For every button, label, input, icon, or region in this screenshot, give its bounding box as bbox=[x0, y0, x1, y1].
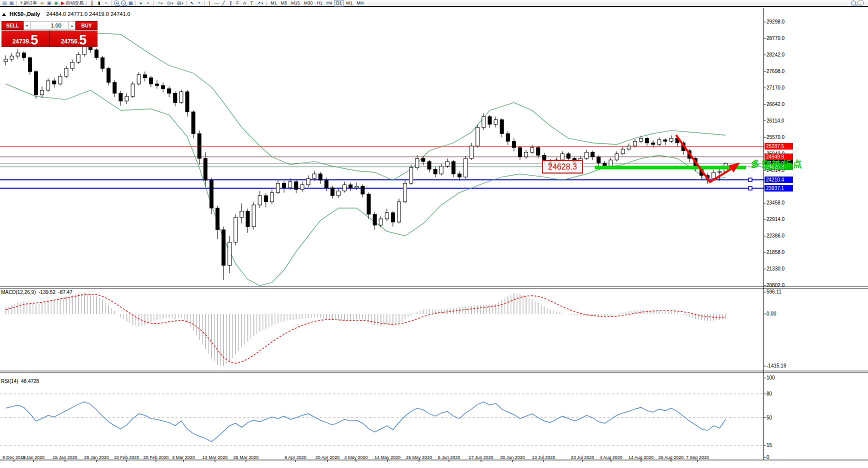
candle bbox=[119, 94, 122, 102]
timeframe-M30[interactable]: M30 bbox=[302, 0, 315, 6]
candle bbox=[162, 86, 165, 88]
trendline-icon[interactable]: ╱ bbox=[220, 0, 227, 6]
volume-decrease-button[interactable]: ▼ bbox=[24, 21, 30, 30]
candle bbox=[4, 59, 8, 62]
navigator-icon[interactable]: ▦ bbox=[8, 0, 15, 6]
candle bbox=[210, 180, 213, 208]
price-tick-label: 29298.0 bbox=[766, 19, 784, 24]
timeframe-M5[interactable]: M5 bbox=[279, 0, 290, 6]
bollinger-lower-band bbox=[6, 84, 726, 286]
line-chart-icon[interactable]: ~ bbox=[102, 0, 110, 6]
timeframe-M15[interactable]: M15 bbox=[289, 0, 302, 6]
zoom-out-icon[interactable]: − bbox=[120, 0, 127, 6]
buy-price-display[interactable]: 24756. 5 bbox=[50, 30, 98, 47]
date-tick-label[interactable]: 15 Jan 2020 bbox=[48, 455, 82, 460]
signals-icon[interactable]: ◉ bbox=[52, 0, 60, 6]
date-tick-label[interactable]: 30 Jun 2020 bbox=[495, 455, 530, 460]
candle bbox=[458, 174, 462, 177]
crosshair-icon[interactable]: + bbox=[196, 0, 202, 6]
candle bbox=[391, 212, 394, 222]
date-tick-label[interactable]: 13 Mar 2020 bbox=[198, 455, 232, 460]
candle bbox=[597, 157, 600, 163]
timeframe-M1[interactable]: M1 bbox=[268, 0, 279, 6]
candle bbox=[464, 158, 468, 177]
volume-input[interactable]: 1.00 bbox=[30, 21, 68, 30]
cursor-icon[interactable]: ↖ bbox=[188, 0, 196, 6]
hline-handle[interactable] bbox=[748, 186, 752, 190]
candle bbox=[712, 172, 716, 178]
date-tick-label[interactable]: 14 May 2020 bbox=[370, 455, 405, 460]
indicators-icon[interactable]: +▾ bbox=[155, 0, 165, 6]
candle bbox=[16, 53, 20, 56]
chart-canvas[interactable]: HK50-,Daily 24484.0 24771.0 24419.0 2474… bbox=[0, 8, 868, 468]
candle bbox=[349, 185, 352, 188]
date-tick-label[interactable]: 17 Jun 2020 bbox=[464, 455, 498, 460]
timeframe-H1[interactable]: H1 bbox=[314, 0, 324, 6]
equidistant-channel-icon[interactable]: ∥ bbox=[227, 0, 234, 6]
candle bbox=[264, 196, 268, 202]
date-tick-label[interactable]: 13 Jul 2020 bbox=[526, 455, 561, 460]
rsi-tick-label: 80 bbox=[766, 391, 772, 396]
rsi-value: 48.4728 bbox=[21, 378, 39, 384]
vertical-line-icon[interactable]: | bbox=[206, 0, 213, 6]
chart-title: HK50-,Daily 24484.0 24771.0 24419.0 2474… bbox=[2, 11, 130, 17]
sell-price-display[interactable]: 24739. 5 bbox=[2, 30, 50, 47]
price-tick-label: 21330.0 bbox=[766, 266, 784, 272]
timeframe-MN[interactable]: MN bbox=[354, 0, 366, 6]
label-icon[interactable]: T bbox=[248, 0, 255, 6]
chart-plot[interactable] bbox=[0, 8, 868, 468]
candle bbox=[101, 58, 104, 68]
timeframe-W1[interactable]: W1 bbox=[344, 0, 355, 6]
timeframe-D1[interactable]: D1 bbox=[334, 0, 344, 6]
candle bbox=[228, 242, 232, 266]
history-center-icon[interactable]: ▰ bbox=[38, 0, 46, 6]
one-click-trading-panel: SELL ▼ 1.00 ▲ BUY 24739. 5 24756. 5 bbox=[2, 21, 98, 47]
ohlc-values: 24484.0 24771.0 24419.0 24741.0 bbox=[46, 11, 130, 17]
volume-increase-button[interactable]: ▲ bbox=[68, 21, 76, 30]
text-icon[interactable]: A bbox=[241, 0, 248, 6]
level-price-box[interactable]: 24628.3 bbox=[542, 160, 583, 174]
candle bbox=[34, 72, 38, 95]
sell-button[interactable]: SELL bbox=[2, 21, 24, 30]
date-tick-label[interactable]: 4 May 2020 bbox=[338, 455, 374, 460]
toolbar-separator bbox=[204, 0, 204, 6]
turning-point-annotation[interactable]: 多空转折点 bbox=[751, 158, 804, 170]
chart-shift-icon[interactable]: » bbox=[144, 0, 152, 6]
collapse-panel-icon[interactable] bbox=[2, 13, 6, 16]
date-tick-label[interactable]: 3 Jan 2020 bbox=[16, 455, 51, 460]
horizontal-line-icon[interactable]: — bbox=[213, 0, 220, 6]
arrows-icon[interactable]: ↗▾ bbox=[255, 0, 265, 6]
new-order-button[interactable]: +新订单 bbox=[18, 0, 38, 6]
candle bbox=[318, 174, 322, 180]
periods-icon[interactable]: ◷▾ bbox=[165, 0, 175, 6]
fibonacci-icon[interactable]: F bbox=[234, 0, 241, 6]
search-icon[interactable] bbox=[850, 0, 857, 6]
auto-scroll-icon[interactable]: ▸ bbox=[138, 0, 144, 6]
candle bbox=[52, 81, 56, 84]
date-tick-label[interactable]: 6 Apr 2020 bbox=[278, 455, 313, 460]
candle bbox=[482, 116, 486, 128]
price-tick-label: 23458.0 bbox=[766, 200, 784, 206]
sell-price-pip: 5 bbox=[30, 34, 38, 46]
date-tick-label[interactable]: 3 Mar 2020 bbox=[166, 455, 201, 460]
date-tick-label[interactable]: 5 Jun 2020 bbox=[432, 455, 466, 460]
candle bbox=[252, 205, 256, 226]
timeframe-H4[interactable]: H4 bbox=[324, 0, 334, 6]
buy-price-pip: 5 bbox=[79, 34, 86, 46]
zoom-in-icon[interactable]: + bbox=[113, 0, 120, 6]
templates-icon[interactable]: ▤▾ bbox=[175, 0, 185, 6]
hline-handle[interactable] bbox=[748, 178, 752, 182]
auto-trading-button[interactable]: ▶自动交易 bbox=[60, 0, 85, 6]
tile-windows-icon[interactable]: ▦ bbox=[127, 0, 134, 6]
chart-window-icon[interactable]: ▣ bbox=[46, 0, 52, 6]
price-tick-label: 27698.0 bbox=[766, 68, 784, 74]
date-tick-label[interactable]: 25 Mar 2020 bbox=[228, 455, 264, 460]
date-tick-label[interactable]: 7 Sep 2020 bbox=[680, 455, 715, 460]
toolbar-separator bbox=[136, 0, 136, 6]
chat-icon[interactable] bbox=[857, 0, 864, 6]
market-watch-icon[interactable]: ▤ bbox=[1, 0, 8, 6]
candle bbox=[324, 180, 328, 188]
buy-button[interactable]: BUY bbox=[76, 21, 98, 30]
candlestick-chart-icon[interactable]: ▮ bbox=[96, 0, 102, 6]
bar-chart-icon[interactable]: ║ bbox=[88, 0, 96, 6]
